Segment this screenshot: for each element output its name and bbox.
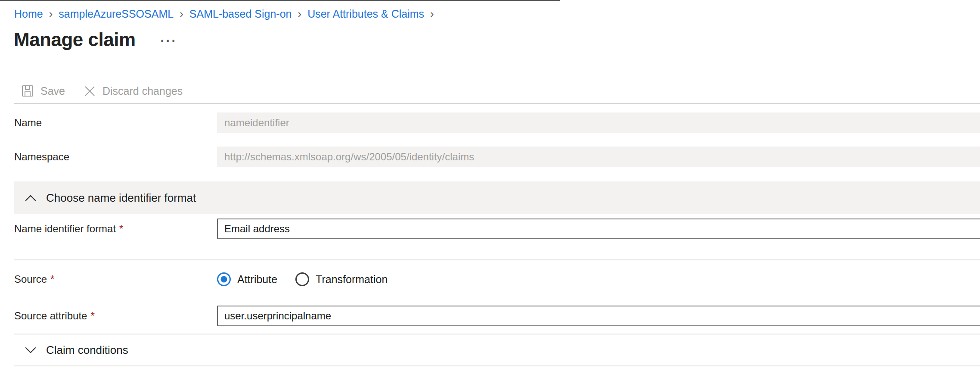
- save-icon: [22, 85, 34, 97]
- source-label: Source*: [14, 273, 217, 285]
- source-attribute-label: Source attribute*: [14, 310, 217, 322]
- radio-label: Attribute: [237, 273, 277, 286]
- namespace-row: Namespace http://schemas.xmlsoap.org/ws/…: [0, 147, 980, 167]
- breadcrumb-separator-icon: ›: [49, 9, 53, 19]
- name-row: Name nameidentifier: [0, 112, 980, 133]
- page-title: Manage claim: [14, 29, 136, 50]
- breadcrumb-saml-signon[interactable]: SAML-based Sign-on: [189, 8, 292, 20]
- discard-changes-button[interactable]: Discard changes: [84, 85, 183, 97]
- required-asterisk: *: [119, 223, 123, 234]
- discard-x-icon: [84, 85, 96, 97]
- breadcrumb-app[interactable]: sampleAzureSSOSAML: [59, 8, 174, 20]
- chevron-down-icon: [25, 347, 37, 354]
- name-identifier-format-select[interactable]: Email address: [217, 219, 980, 239]
- source-option-attribute[interactable]: Attribute: [217, 272, 277, 286]
- radio-selected-icon[interactable]: [217, 272, 231, 286]
- claim-conditions-section[interactable]: Claim conditions: [14, 334, 980, 365]
- required-asterisk: *: [90, 310, 94, 322]
- save-button[interactable]: Save: [22, 85, 65, 97]
- discard-button-label: Discard changes: [102, 85, 183, 97]
- chevron-up-icon: [25, 194, 37, 202]
- section-divider: [14, 259, 980, 260]
- breadcrumb-separator-icon: ›: [180, 9, 183, 19]
- breadcrumb-separator-icon: ›: [298, 9, 301, 19]
- required-asterisk: *: [50, 273, 54, 285]
- window-edge-strip: [0, 0, 560, 1]
- more-options-icon[interactable]: ···: [161, 36, 177, 43]
- name-label: Name: [14, 117, 217, 129]
- manage-claim-page: Home › sampleAzureSSOSAML › SAML-based S…: [0, 0, 980, 381]
- source-attribute-row: Source attribute* user.userprincipalname: [0, 306, 980, 326]
- breadcrumb-user-attributes-claims[interactable]: User Attributes & Claims: [307, 8, 424, 20]
- namespace-input: http://schemas.xmlsoap.org/ws/2005/05/id…: [217, 147, 980, 167]
- breadcrumb-home[interactable]: Home: [14, 8, 43, 20]
- toolbar-divider: [14, 103, 980, 104]
- section-divider: [14, 365, 980, 366]
- source-row: Source* Attribute Transformation: [0, 272, 980, 286]
- radio-unselected-icon[interactable]: [295, 272, 309, 286]
- source-option-transformation[interactable]: Transformation: [295, 272, 388, 286]
- save-button-label: Save: [40, 85, 65, 97]
- choose-name-identifier-format-section[interactable]: Choose name identifier format: [14, 181, 980, 214]
- namespace-label: Namespace: [14, 151, 217, 163]
- command-bar: Save Discard changes: [0, 79, 980, 103]
- name-identifier-format-row: Name identifier format* Email address: [0, 219, 980, 239]
- radio-label: Transformation: [316, 273, 388, 286]
- breadcrumb: Home › sampleAzureSSOSAML › SAML-based S…: [0, 0, 980, 20]
- section-label: Choose name identifier format: [46, 191, 196, 205]
- section-label: Claim conditions: [46, 344, 128, 357]
- breadcrumb-separator-icon: ›: [430, 9, 434, 19]
- name-input: nameidentifier: [217, 112, 980, 133]
- title-row: Manage claim ···: [0, 27, 980, 52]
- source-radio-group: Attribute Transformation: [217, 272, 980, 286]
- source-attribute-select[interactable]: user.userprincipalname: [217, 306, 980, 326]
- name-identifier-format-label: Name identifier format*: [14, 223, 217, 235]
